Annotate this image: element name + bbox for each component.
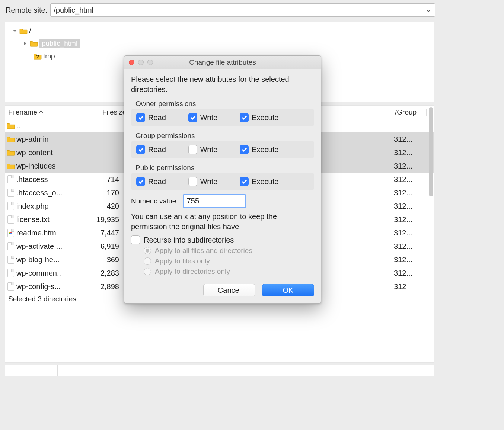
file-size: 170 (89, 189, 122, 197)
disclosure-right-icon[interactable] (22, 41, 28, 46)
remote-path-combobox[interactable]: /public_html (50, 3, 435, 17)
file-group: 312... (394, 256, 427, 264)
folder-icon (5, 149, 16, 156)
column-header-filename[interactable]: Filename (5, 108, 87, 116)
folder-unknown-icon: ? (34, 53, 42, 60)
status-text: Selected 3 directories. (8, 295, 78, 303)
file-icon (5, 189, 16, 197)
tree-node-label: tmp (43, 52, 55, 60)
file-group: 312... (394, 202, 427, 211)
cancel-button[interactable]: Cancel (203, 284, 255, 296)
group-permissions-group: Read Write Execute (131, 141, 314, 158)
sort-asc-icon (39, 109, 43, 115)
file-size: 420 (89, 202, 122, 211)
file-name: wp-activate.... (16, 242, 89, 251)
file-size: 2,898 (89, 282, 122, 291)
folder-icon (5, 163, 16, 169)
file-name: wp-commen.. (16, 269, 89, 277)
file-icon (5, 215, 16, 224)
file-icon (5, 256, 16, 264)
group-execute-checkbox[interactable]: Execute (240, 145, 278, 154)
file-name: wp-config-s... (16, 282, 89, 291)
disclosure-down-icon[interactable] (12, 28, 18, 34)
group-write-checkbox[interactable]: Write (188, 145, 217, 154)
zoom-icon (147, 60, 153, 65)
dialog-titlebar[interactable]: Change file attributes (124, 56, 321, 69)
folder-icon (19, 28, 28, 34)
tree-node-public-html[interactable]: public_html (7, 37, 432, 50)
file-icon (5, 269, 16, 277)
dialog-title: Change file attributes (124, 58, 321, 67)
file-size: 369 (89, 256, 122, 264)
numeric-value-label: Numeric value: (131, 197, 178, 205)
file-name: .htaccess (16, 175, 89, 184)
column-separator[interactable] (426, 109, 427, 116)
file-name: .. (16, 122, 89, 130)
file-size: 6,919 (89, 242, 122, 251)
divider (57, 365, 58, 376)
apply-all-radio: Apply to all files and directories (144, 247, 314, 255)
public-permissions-group: Read Write Execute (131, 173, 314, 190)
file-name: index.php (16, 202, 89, 211)
file-name: readme.html (16, 229, 89, 237)
file-icon (5, 242, 16, 250)
vertical-scrollbar[interactable] (429, 107, 433, 196)
tree-node-label: public_html (39, 39, 80, 48)
file-group: 312... (394, 269, 427, 277)
file-icon (5, 175, 16, 183)
group-permissions-label: Group permissions (131, 130, 314, 141)
group-read-checkbox[interactable]: Read (136, 145, 166, 154)
numeric-value-input[interactable]: 755 (183, 194, 246, 208)
file-group: 312... (394, 135, 427, 144)
column-header-group[interactable]: /Group (392, 108, 425, 116)
remote-site-label: Remote site: (6, 6, 47, 15)
tree-node-label: / (29, 27, 31, 35)
file-name: wp-content (16, 148, 89, 157)
close-icon[interactable] (129, 60, 134, 65)
folder-icon (30, 40, 38, 47)
svg-text:?: ? (36, 54, 39, 59)
owner-execute-checkbox[interactable]: Execute (240, 113, 278, 122)
file-group: 312... (394, 162, 427, 170)
file-group: 312... (394, 215, 427, 224)
file-size: 19,935 (89, 215, 122, 224)
file-size: 714 (89, 175, 122, 184)
folder-icon (5, 122, 16, 129)
file-name: wp-blog-he... (16, 256, 89, 264)
owner-write-checkbox[interactable]: Write (188, 113, 217, 122)
file-group: 312... (394, 175, 427, 184)
chevron-down-icon[interactable] (424, 6, 433, 14)
remote-path-value: /public_html (54, 6, 424, 15)
change-attributes-dialog: Change file attributes Please select the… (124, 55, 321, 304)
file-icon (5, 202, 16, 210)
file-group: 312... (394, 148, 427, 157)
tree-node-root[interactable]: / (7, 25, 432, 37)
owner-permissions-group: Read Write Execute (131, 109, 314, 126)
app-window: Remote site: /public_html / public_html (0, 0, 439, 379)
numeric-hint: You can use an x at any position to keep… (131, 212, 314, 232)
html-file-icon (5, 229, 16, 237)
apply-files-radio: Apply to files only (144, 257, 314, 265)
file-icon (5, 282, 16, 291)
dialog-instruction: Please select the new attributes for the… (131, 74, 314, 94)
recurse-options: Apply to all files and directories Apply… (131, 247, 314, 276)
public-read-checkbox[interactable]: Read (136, 177, 166, 186)
file-name: .htaccess_o... (16, 189, 89, 197)
public-execute-checkbox[interactable]: Execute (240, 177, 278, 186)
file-name: wp-includes (16, 162, 89, 170)
window-controls (129, 60, 153, 65)
recurse-checkbox[interactable]: Recurse into subdirectories (131, 235, 314, 244)
owner-read-checkbox[interactable]: Read (136, 113, 166, 122)
divider (5, 20, 434, 20)
file-size: 2,283 (89, 269, 122, 277)
public-write-checkbox[interactable]: Write (188, 177, 217, 186)
owner-permissions-label: Owner permissions (131, 98, 314, 109)
public-permissions-label: Public permissions (131, 162, 314, 173)
bottom-panel (5, 365, 434, 376)
file-name: wp-admin (16, 135, 89, 144)
file-group: 312... (394, 229, 427, 237)
file-group: 312 (394, 282, 427, 291)
column-separator[interactable] (88, 109, 88, 116)
file-size: 7,447 (89, 229, 122, 237)
ok-button[interactable]: OK (262, 284, 314, 296)
